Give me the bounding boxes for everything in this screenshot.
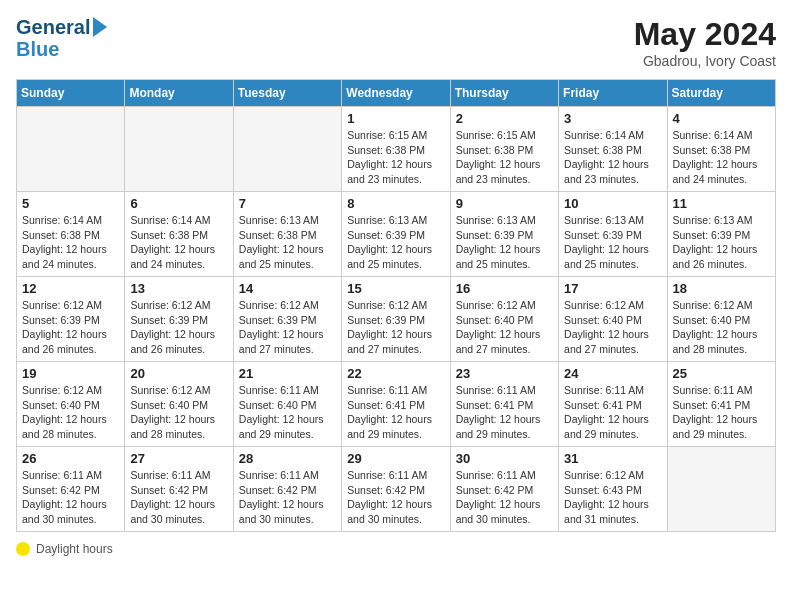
calendar-cell: 23Sunrise: 6:11 AM Sunset: 6:41 PM Dayli… — [450, 362, 558, 447]
calendar-cell: 25Sunrise: 6:11 AM Sunset: 6:41 PM Dayli… — [667, 362, 775, 447]
calendar-cell: 30Sunrise: 6:11 AM Sunset: 6:42 PM Dayli… — [450, 447, 558, 532]
calendar-cell: 29Sunrise: 6:11 AM Sunset: 6:42 PM Dayli… — [342, 447, 450, 532]
day-info: Sunrise: 6:13 AM Sunset: 6:39 PM Dayligh… — [347, 213, 444, 272]
calendar-cell: 4Sunrise: 6:14 AM Sunset: 6:38 PM Daylig… — [667, 107, 775, 192]
day-number: 16 — [456, 281, 553, 296]
day-header-saturday: Saturday — [667, 80, 775, 107]
calendar-cell — [17, 107, 125, 192]
day-info: Sunrise: 6:11 AM Sunset: 6:41 PM Dayligh… — [673, 383, 770, 442]
calendar-cell: 7Sunrise: 6:13 AM Sunset: 6:38 PM Daylig… — [233, 192, 341, 277]
page-header: General Blue May 2024 Gbadrou, Ivory Coa… — [16, 16, 776, 69]
day-info: Sunrise: 6:12 AM Sunset: 6:40 PM Dayligh… — [673, 298, 770, 357]
calendar-table: SundayMondayTuesdayWednesdayThursdayFrid… — [16, 79, 776, 532]
day-number: 17 — [564, 281, 661, 296]
day-number: 12 — [22, 281, 119, 296]
day-number: 4 — [673, 111, 770, 126]
day-header-sunday: Sunday — [17, 80, 125, 107]
day-number: 5 — [22, 196, 119, 211]
day-header-tuesday: Tuesday — [233, 80, 341, 107]
calendar-cell: 2Sunrise: 6:15 AM Sunset: 6:38 PM Daylig… — [450, 107, 558, 192]
calendar-cell: 28Sunrise: 6:11 AM Sunset: 6:42 PM Dayli… — [233, 447, 341, 532]
calendar-cell: 3Sunrise: 6:14 AM Sunset: 6:38 PM Daylig… — [559, 107, 667, 192]
calendar-cell: 21Sunrise: 6:11 AM Sunset: 6:40 PM Dayli… — [233, 362, 341, 447]
day-number: 11 — [673, 196, 770, 211]
day-info: Sunrise: 6:12 AM Sunset: 6:40 PM Dayligh… — [564, 298, 661, 357]
logo: General Blue — [16, 16, 107, 60]
logo-arrow-icon — [93, 17, 107, 37]
daylight-icon — [16, 542, 30, 556]
calendar-cell: 18Sunrise: 6:12 AM Sunset: 6:40 PM Dayli… — [667, 277, 775, 362]
day-info: Sunrise: 6:12 AM Sunset: 6:39 PM Dayligh… — [347, 298, 444, 357]
day-number: 28 — [239, 451, 336, 466]
day-info: Sunrise: 6:11 AM Sunset: 6:40 PM Dayligh… — [239, 383, 336, 442]
day-info: Sunrise: 6:14 AM Sunset: 6:38 PM Dayligh… — [130, 213, 227, 272]
day-info: Sunrise: 6:13 AM Sunset: 6:38 PM Dayligh… — [239, 213, 336, 272]
calendar-cell: 17Sunrise: 6:12 AM Sunset: 6:40 PM Dayli… — [559, 277, 667, 362]
day-number: 19 — [22, 366, 119, 381]
day-number: 22 — [347, 366, 444, 381]
day-number: 10 — [564, 196, 661, 211]
calendar-cell: 26Sunrise: 6:11 AM Sunset: 6:42 PM Dayli… — [17, 447, 125, 532]
calendar-cell: 20Sunrise: 6:12 AM Sunset: 6:40 PM Dayli… — [125, 362, 233, 447]
day-header-wednesday: Wednesday — [342, 80, 450, 107]
calendar-cell: 12Sunrise: 6:12 AM Sunset: 6:39 PM Dayli… — [17, 277, 125, 362]
week-row-5: 26Sunrise: 6:11 AM Sunset: 6:42 PM Dayli… — [17, 447, 776, 532]
day-header-thursday: Thursday — [450, 80, 558, 107]
week-row-2: 5Sunrise: 6:14 AM Sunset: 6:38 PM Daylig… — [17, 192, 776, 277]
day-info: Sunrise: 6:13 AM Sunset: 6:39 PM Dayligh… — [564, 213, 661, 272]
day-info: Sunrise: 6:12 AM Sunset: 6:39 PM Dayligh… — [130, 298, 227, 357]
calendar-title: May 2024 — [634, 16, 776, 53]
day-info: Sunrise: 6:11 AM Sunset: 6:42 PM Dayligh… — [456, 468, 553, 527]
logo-text-general: General — [16, 16, 90, 38]
title-block: May 2024 Gbadrou, Ivory Coast — [634, 16, 776, 69]
day-number: 9 — [456, 196, 553, 211]
day-info: Sunrise: 6:13 AM Sunset: 6:39 PM Dayligh… — [673, 213, 770, 272]
day-number: 27 — [130, 451, 227, 466]
day-info: Sunrise: 6:11 AM Sunset: 6:41 PM Dayligh… — [564, 383, 661, 442]
logo-text-blue: Blue — [16, 38, 107, 60]
day-info: Sunrise: 6:13 AM Sunset: 6:39 PM Dayligh… — [456, 213, 553, 272]
day-header-friday: Friday — [559, 80, 667, 107]
day-info: Sunrise: 6:11 AM Sunset: 6:41 PM Dayligh… — [456, 383, 553, 442]
day-number: 25 — [673, 366, 770, 381]
day-info: Sunrise: 6:14 AM Sunset: 6:38 PM Dayligh… — [673, 128, 770, 187]
day-number: 31 — [564, 451, 661, 466]
day-number: 8 — [347, 196, 444, 211]
day-number: 15 — [347, 281, 444, 296]
day-info: Sunrise: 6:11 AM Sunset: 6:41 PM Dayligh… — [347, 383, 444, 442]
calendar-cell: 9Sunrise: 6:13 AM Sunset: 6:39 PM Daylig… — [450, 192, 558, 277]
day-number: 1 — [347, 111, 444, 126]
calendar-cell: 10Sunrise: 6:13 AM Sunset: 6:39 PM Dayli… — [559, 192, 667, 277]
calendar-cell: 27Sunrise: 6:11 AM Sunset: 6:42 PM Dayli… — [125, 447, 233, 532]
day-number: 13 — [130, 281, 227, 296]
day-number: 6 — [130, 196, 227, 211]
day-info: Sunrise: 6:12 AM Sunset: 6:43 PM Dayligh… — [564, 468, 661, 527]
calendar-cell: 14Sunrise: 6:12 AM Sunset: 6:39 PM Dayli… — [233, 277, 341, 362]
calendar-cell: 13Sunrise: 6:12 AM Sunset: 6:39 PM Dayli… — [125, 277, 233, 362]
calendar-subtitle: Gbadrou, Ivory Coast — [634, 53, 776, 69]
calendar-cell: 5Sunrise: 6:14 AM Sunset: 6:38 PM Daylig… — [17, 192, 125, 277]
day-number: 20 — [130, 366, 227, 381]
day-info: Sunrise: 6:12 AM Sunset: 6:40 PM Dayligh… — [22, 383, 119, 442]
day-info: Sunrise: 6:14 AM Sunset: 6:38 PM Dayligh… — [22, 213, 119, 272]
day-number: 23 — [456, 366, 553, 381]
day-info: Sunrise: 6:15 AM Sunset: 6:38 PM Dayligh… — [347, 128, 444, 187]
legend-text: Daylight hours — [36, 542, 113, 556]
day-number: 21 — [239, 366, 336, 381]
calendar-cell — [233, 107, 341, 192]
day-info: Sunrise: 6:14 AM Sunset: 6:38 PM Dayligh… — [564, 128, 661, 187]
week-row-1: 1Sunrise: 6:15 AM Sunset: 6:38 PM Daylig… — [17, 107, 776, 192]
day-number: 7 — [239, 196, 336, 211]
calendar-cell: 8Sunrise: 6:13 AM Sunset: 6:39 PM Daylig… — [342, 192, 450, 277]
day-header-monday: Monday — [125, 80, 233, 107]
day-info: Sunrise: 6:11 AM Sunset: 6:42 PM Dayligh… — [130, 468, 227, 527]
calendar-cell: 31Sunrise: 6:12 AM Sunset: 6:43 PM Dayli… — [559, 447, 667, 532]
day-number: 29 — [347, 451, 444, 466]
calendar-cell: 1Sunrise: 6:15 AM Sunset: 6:38 PM Daylig… — [342, 107, 450, 192]
calendar-cell: 24Sunrise: 6:11 AM Sunset: 6:41 PM Dayli… — [559, 362, 667, 447]
day-info: Sunrise: 6:12 AM Sunset: 6:39 PM Dayligh… — [22, 298, 119, 357]
day-number: 30 — [456, 451, 553, 466]
day-number: 24 — [564, 366, 661, 381]
calendar-cell — [667, 447, 775, 532]
calendar-cell: 16Sunrise: 6:12 AM Sunset: 6:40 PM Dayli… — [450, 277, 558, 362]
